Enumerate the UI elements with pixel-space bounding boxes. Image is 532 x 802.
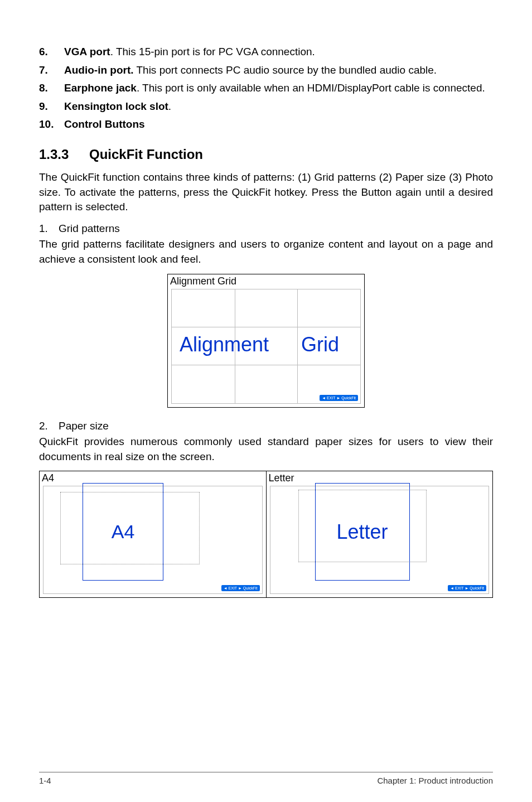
paper-figures-row: A4 A4 ◄ EXIT ► QuickFit Letter Letter ◄ … <box>39 471 493 598</box>
sublist-number: 1. <box>39 221 59 236</box>
list-sep: . <box>137 82 142 94</box>
alignment-figure: Alignment Grid Alignment Grid ◄ EXIT ► Q… <box>167 274 365 408</box>
numbered-list: 6. VGA port. This 15-pin port is for PC … <box>39 45 493 132</box>
grid-desc: The grid patterns facilitate designers a… <box>39 237 493 267</box>
list-body: Earphone jack. This port is only availab… <box>64 81 493 96</box>
letter-text: Letter <box>336 520 388 544</box>
letter-figure: Letter Letter ◄ EXIT ► QuickFit <box>267 471 494 598</box>
page-footer: 1-4 Chapter 1: Product introduction <box>39 772 493 785</box>
hint-badge: ◄ EXIT ► QuickFit <box>448 585 486 591</box>
list-title: Audio-in port. <box>64 64 134 76</box>
letter-area: Letter ◄ EXIT ► QuickFit <box>270 486 490 594</box>
list-body: Audio-in port. This port connects PC aud… <box>64 63 493 78</box>
hint-badge: ◄ EXIT ► QuickFit <box>221 585 260 591</box>
section-number: 1.3.3 <box>39 147 89 162</box>
list-body: Kensington lock slot. <box>64 99 493 114</box>
intro-paragraph: The QuickFit function contains three kin… <box>39 170 493 215</box>
section-title: QuickFit Function <box>89 147 203 162</box>
list-desc: This port connects PC audio source by th… <box>136 64 437 76</box>
list-number: 9. <box>39 99 64 114</box>
list-title: Control Buttons <box>64 118 145 130</box>
list-item-7: 7. Audio-in port. This port connects PC … <box>39 63 493 78</box>
list-item-9: 9. Kensington lock slot. <box>39 99 493 114</box>
alignment-figure-label: Alignment Grid <box>170 276 236 287</box>
a4-text: A4 <box>112 521 135 543</box>
a4-area: A4 ◄ EXIT ► QuickFit <box>43 486 263 594</box>
list-number: 10. <box>39 117 64 132</box>
list-title: Earphone jack <box>64 82 137 94</box>
list-item-8: 8. Earphone jack. This port is only avai… <box>39 81 493 96</box>
list-sep: . <box>168 100 171 112</box>
alignment-text-2: Grid <box>301 333 339 356</box>
list-item-6: 6. VGA port. This 15-pin port is for PC … <box>39 45 493 60</box>
sublist-title: Paper size <box>59 420 109 432</box>
list-body: Control Buttons <box>64 117 493 132</box>
letter-figure-label: Letter <box>269 472 294 484</box>
a4-figure-label: A4 <box>42 472 54 484</box>
page-number: 1-4 <box>39 776 51 785</box>
alignment-grid-area: Alignment Grid ◄ EXIT ► QuickFit <box>171 289 361 404</box>
list-number: 8. <box>39 81 64 96</box>
list-desc: This port is only available when an HDMI… <box>142 82 485 94</box>
sublist-title: Grid patterns <box>59 223 120 234</box>
section-heading: 1.3.3QuickFit Function <box>39 147 493 162</box>
list-item-10: 10. Control Buttons <box>39 117 493 132</box>
chapter-label: Chapter 1: Product introduction <box>377 776 493 785</box>
sublist-1: 1.Grid patterns <box>39 221 493 236</box>
alignment-text-1: Alignment <box>180 333 269 356</box>
a4-figure: A4 A4 ◄ EXIT ► QuickFit <box>39 471 267 598</box>
list-title: VGA port <box>64 46 110 57</box>
sublist-2: 2.Paper size <box>39 419 493 434</box>
list-desc: This 15-pin port is for PC VGA connectio… <box>116 46 315 57</box>
list-title: Kensington lock slot <box>64 100 168 112</box>
list-body: VGA port. This 15-pin port is for PC VGA… <box>64 45 493 60</box>
list-number: 6. <box>39 45 64 60</box>
hint-badge: ◄ EXIT ► QuickFit <box>320 395 358 401</box>
alignment-figure-wrap: Alignment Grid Alignment Grid ◄ EXIT ► Q… <box>39 274 493 408</box>
sublist-number: 2. <box>39 419 59 434</box>
paper-desc: QuickFit provides numerous commonly used… <box>39 434 493 464</box>
list-sep: . <box>110 46 116 57</box>
list-number: 7. <box>39 63 64 78</box>
